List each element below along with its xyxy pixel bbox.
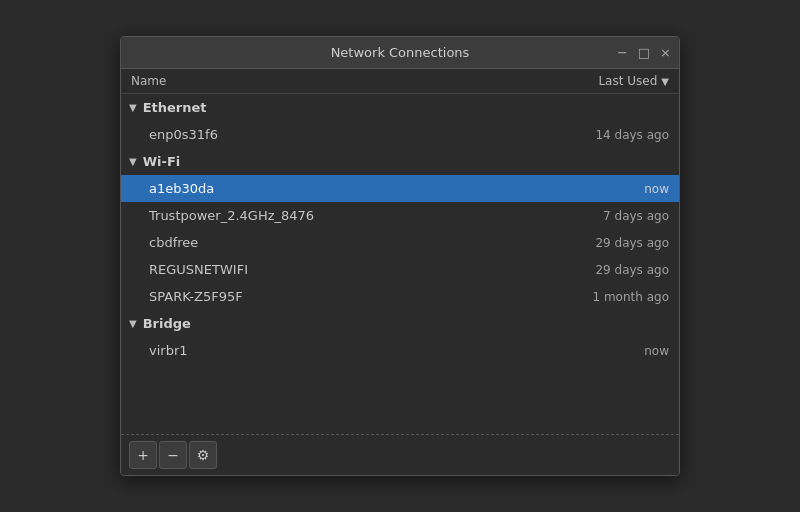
- section-header-ethernet[interactable]: ▼ Ethernet: [121, 94, 679, 121]
- column-name: Name: [131, 74, 166, 88]
- column-header: Name Last Used ▼: [121, 69, 679, 94]
- item-name: virbr1: [149, 343, 188, 358]
- connection-list: ▼ Ethernet enp0s31f6 14 days ago ▼ Wi-Fi…: [121, 94, 679, 434]
- settings-button[interactable]: ⚙: [189, 441, 217, 469]
- list-item[interactable]: REGUSNETWIFI 29 days ago: [121, 256, 679, 283]
- item-name: enp0s31f6: [149, 127, 218, 142]
- close-button[interactable]: ×: [660, 46, 671, 59]
- list-item[interactable]: virbr1 now: [121, 337, 679, 364]
- section-label-wifi: Wi-Fi: [143, 154, 181, 169]
- item-time: 29 days ago: [595, 236, 669, 250]
- chevron-icon: ▼: [129, 156, 137, 167]
- minimize-button[interactable]: −: [617, 46, 628, 59]
- column-last-used[interactable]: Last Used ▼: [598, 74, 669, 88]
- toolbar: + − ⚙: [121, 434, 679, 475]
- list-item[interactable]: cbdfree 29 days ago: [121, 229, 679, 256]
- section-label-ethernet: Ethernet: [143, 100, 207, 115]
- window-title: Network Connections: [331, 45, 470, 60]
- item-time: 7 days ago: [603, 209, 669, 223]
- titlebar: Network Connections − □ ×: [121, 37, 679, 69]
- item-name: REGUSNETWIFI: [149, 262, 248, 277]
- section-label-bridge: Bridge: [143, 316, 191, 331]
- item-name: cbdfree: [149, 235, 198, 250]
- remove-button[interactable]: −: [159, 441, 187, 469]
- network-connections-window: Network Connections − □ × Name Last Used…: [120, 36, 680, 476]
- item-name: a1eb30da: [149, 181, 214, 196]
- chevron-icon: ▼: [129, 318, 137, 329]
- item-time: 1 month ago: [592, 290, 669, 304]
- list-item[interactable]: Trustpower_2.4GHz_8476 7 days ago: [121, 202, 679, 229]
- section-header-wifi[interactable]: ▼ Wi-Fi: [121, 148, 679, 175]
- window-controls: − □ ×: [617, 46, 671, 59]
- maximize-button[interactable]: □: [638, 46, 650, 59]
- item-name: Trustpower_2.4GHz_8476: [149, 208, 314, 223]
- list-item[interactable]: SPARK-Z5F95F 1 month ago: [121, 283, 679, 310]
- list-item[interactable]: a1eb30da now: [121, 175, 679, 202]
- item-time: now: [644, 182, 669, 196]
- section-header-bridge[interactable]: ▼ Bridge: [121, 310, 679, 337]
- item-time: now: [644, 344, 669, 358]
- item-time: 29 days ago: [595, 263, 669, 277]
- item-time: 14 days ago: [595, 128, 669, 142]
- chevron-icon: ▼: [129, 102, 137, 113]
- item-name: SPARK-Z5F95F: [149, 289, 243, 304]
- list-item[interactable]: enp0s31f6 14 days ago: [121, 121, 679, 148]
- add-button[interactable]: +: [129, 441, 157, 469]
- sort-arrow: ▼: [661, 76, 669, 87]
